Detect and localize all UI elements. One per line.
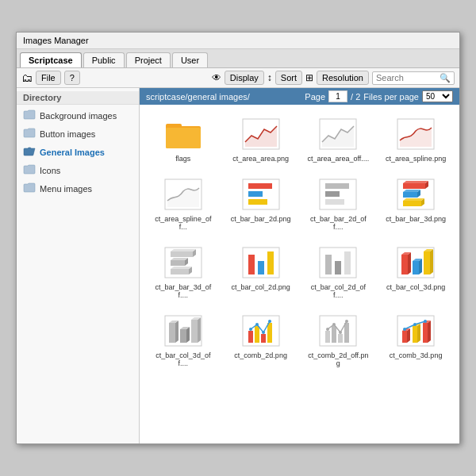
- svg-rect-42: [325, 255, 332, 274]
- file-icon-10: [395, 245, 436, 280]
- folder-icon-2: [23, 128, 36, 140]
- svg-marker-47: [408, 252, 411, 274]
- svg-point-71: [255, 323, 259, 326]
- file-item-5[interactable]: ct_bar_bar_2d_off....: [301, 171, 376, 236]
- sidebar-label-general: General Images: [40, 148, 105, 157]
- file-item-12[interactable]: ct_comb_2d.png: [224, 308, 298, 373]
- svg-rect-34: [171, 269, 189, 274]
- svg-marker-63: [198, 317, 201, 343]
- svg-rect-68: [261, 334, 266, 343]
- file-name-12: ct_comb_2d.png: [234, 351, 287, 359]
- file-item-10[interactable]: ct_bar_col_3d.png: [378, 240, 453, 305]
- svg-rect-12: [248, 199, 267, 205]
- sidebar-item-icons[interactable]: Icons: [17, 161, 139, 179]
- svg-rect-67: [255, 326, 259, 343]
- sidebar-item-general[interactable]: General Images: [17, 143, 139, 161]
- display-button[interactable]: Display: [225, 71, 264, 85]
- sidebar-item-background[interactable]: Background images: [17, 106, 139, 125]
- file-item-13[interactable]: ct_comb_2d_off.png: [301, 308, 376, 373]
- search-input[interactable]: [376, 73, 440, 83]
- svg-marker-30: [171, 249, 196, 251]
- sidebar-label-background: Background images: [40, 111, 117, 121]
- file-item-9[interactable]: ct_bar_col_2d_off....: [301, 240, 376, 305]
- toolbar: 🗂 File ? 👁 Display ↕ Sort ⊞ Resolution 🔍: [17, 68, 459, 88]
- svg-point-79: [326, 328, 329, 331]
- search-box[interactable]: 🔍: [372, 71, 455, 85]
- folder-icon: [23, 109, 36, 121]
- file-icon-4: [240, 177, 282, 212]
- folder-open-icon: [23, 146, 36, 158]
- svg-rect-87: [413, 326, 417, 343]
- file-item-3[interactable]: ct_area_spline_off...: [146, 171, 221, 236]
- svg-marker-88: [417, 324, 420, 343]
- svg-rect-49: [413, 261, 419, 274]
- svg-marker-91: [428, 321, 431, 343]
- help-button[interactable]: ?: [64, 71, 80, 85]
- file-item-8[interactable]: ct_bar_col_2d.png: [224, 240, 298, 305]
- svg-rect-14: [325, 183, 349, 189]
- file-icon-3: [163, 177, 204, 212]
- file-name-11: ct_bar_col_3d_off....: [152, 351, 215, 367]
- svg-marker-50: [419, 259, 422, 274]
- sidebar: Directory Background images Button image…: [17, 88, 140, 443]
- file-icon-12: [240, 313, 282, 348]
- svg-rect-52: [424, 251, 430, 274]
- file-name-3: ct_area_spline_off...: [152, 215, 215, 231]
- svg-marker-53: [430, 249, 433, 274]
- svg-marker-20: [403, 181, 428, 183]
- svg-rect-39: [258, 261, 264, 274]
- svg-rect-44: [344, 251, 351, 274]
- page-input[interactable]: [328, 90, 347, 102]
- sidebar-item-button[interactable]: Button images: [17, 125, 139, 143]
- sort-button[interactable]: Sort: [275, 71, 302, 85]
- svg-marker-26: [403, 198, 424, 201]
- svg-rect-24: [403, 201, 421, 206]
- file-item-7[interactable]: ct_bar_bar_3d_off....: [146, 240, 221, 305]
- tab-public[interactable]: Public: [83, 52, 125, 67]
- svg-rect-76: [332, 326, 336, 343]
- file-item-14[interactable]: ct_comb_3d.png: [378, 308, 453, 373]
- tab-user[interactable]: User: [172, 52, 208, 67]
- file-name-2: ct_area_spline.png: [386, 155, 446, 163]
- sidebar-label-icons: Icons: [40, 166, 60, 175]
- file-name-flags: flags: [175, 155, 190, 163]
- file-item-6[interactable]: ct_bar_bar_3d.png: [378, 171, 453, 236]
- file-icon-flags: [163, 117, 204, 152]
- file-icon-0: [240, 117, 282, 152]
- folder-icon-3: [23, 164, 36, 176]
- main-window: Images Manager Scriptcase Public Project…: [16, 32, 460, 444]
- per-page-select[interactable]: 50 100: [422, 90, 453, 102]
- file-item-2[interactable]: ct_area_spline.png: [378, 111, 453, 168]
- file-item-11[interactable]: ct_bar_col_3d_off....: [146, 308, 221, 373]
- svg-rect-28: [171, 251, 193, 257]
- file-icon-8: [240, 245, 282, 280]
- file-item-0[interactable]: ct_area_area.png: [224, 111, 298, 168]
- page-separator: / 2: [351, 92, 360, 102]
- tab-bar: Scriptcase Public Project User: [17, 49, 459, 68]
- title-bar: Images Manager: [17, 33, 459, 49]
- file-item-1[interactable]: ct_area_area_off....: [301, 111, 376, 168]
- svg-rect-78: [344, 323, 349, 343]
- breadcrumb-bar: scriptcase/general images/ Page / 2 File…: [140, 88, 459, 105]
- file-name-4: ct_bar_bar_2d.png: [231, 215, 291, 223]
- display-icon: 👁: [212, 72, 221, 83]
- svg-point-70: [249, 328, 252, 331]
- svg-point-81: [339, 331, 342, 334]
- svg-point-72: [262, 331, 265, 334]
- svg-rect-18: [403, 183, 425, 189]
- file-name-8: ct_bar_col_2d.png: [232, 283, 290, 291]
- svg-rect-62: [191, 320, 198, 343]
- file-button[interactable]: File: [36, 71, 61, 85]
- tab-project[interactable]: Project: [126, 52, 171, 67]
- file-item-flags[interactable]: flags: [146, 111, 221, 168]
- file-icon-13: [317, 313, 359, 348]
- svg-rect-40: [267, 251, 274, 274]
- file-item-4[interactable]: ct_bar_bar_2d.png: [224, 171, 298, 236]
- file-name-9: ct_bar_col_2d_off....: [306, 283, 370, 299]
- file-name-1: ct_area_area_off....: [307, 155, 369, 163]
- file-name-0: ct_area_area.png: [232, 155, 289, 163]
- resolution-button[interactable]: Resolution: [317, 71, 369, 85]
- tab-scriptcase[interactable]: Scriptcase: [20, 52, 82, 67]
- sidebar-item-menu[interactable]: Menu images: [17, 179, 139, 198]
- svg-marker-57: [175, 321, 178, 343]
